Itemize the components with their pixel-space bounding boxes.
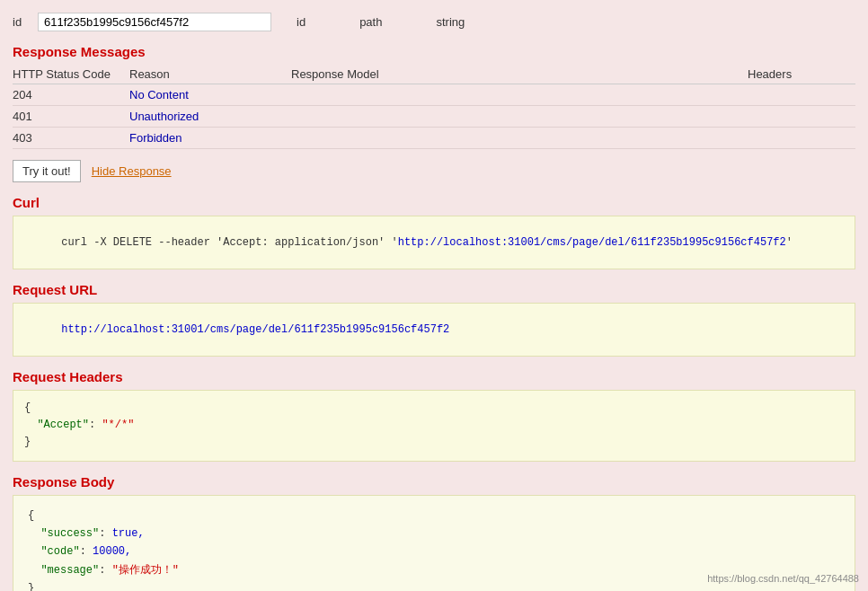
response-message-val: "操作成功！" [112, 564, 179, 577]
id-label-left: id [13, 15, 31, 29]
headers-401 [748, 110, 855, 123]
table-header: HTTP Status Code Reason Response Model H… [13, 65, 855, 84]
type-label: string [436, 15, 465, 29]
id-label-right: id [297, 15, 306, 29]
table-row: 401 Unauthorized [13, 106, 855, 128]
col-reason-header: Reason [129, 67, 291, 81]
curl-code-block: curl -X DELETE --header 'Accept: applica… [13, 216, 855, 269]
curl-command-prefix: curl -X DELETE --header 'Accept: applica… [61, 236, 397, 249]
curl-url: http://localhost:31001/cms/page/del/611f… [398, 236, 786, 249]
json-accept-line: "Accept": "*/*" [24, 417, 844, 434]
watermark: https://blog.csdn.net/qq_42764488 [707, 573, 859, 584]
reason-no-content: No Content [129, 88, 291, 101]
model-204 [291, 88, 748, 101]
id-input[interactable] [38, 13, 271, 31]
buttons-row: Try it out! Hide Response [13, 160, 855, 182]
hide-response-button[interactable]: Hide Response [92, 164, 172, 178]
table-row: 403 Forbidden [13, 128, 855, 149]
reason-unauthorized: Unauthorized [129, 110, 291, 123]
table-row: 204 No Content [13, 84, 855, 106]
model-403 [291, 131, 748, 145]
headers-204 [748, 88, 855, 101]
id-row: id id path string [13, 9, 855, 31]
model-401 [291, 110, 748, 123]
col-status-header: HTTP Status Code [13, 67, 129, 81]
request-headers-section: Request Headers { "Accept": "*/*" } [13, 369, 855, 462]
response-code-val: 10000, [93, 545, 131, 558]
response-message-key: "message" [40, 564, 99, 577]
reason-forbidden: Forbidden [129, 131, 291, 145]
id-meta: id path string [297, 15, 465, 29]
request-url-value: http://localhost:31001/cms/page/del/611f… [61, 323, 449, 336]
json-close-brace: } [24, 434, 844, 451]
response-success-line: "success": true, [28, 525, 840, 542]
response-open-brace: { [28, 507, 840, 525]
request-url-block: http://localhost:31001/cms/page/del/611f… [13, 303, 855, 357]
status-204: 204 [13, 88, 129, 101]
response-success-key: "success" [40, 527, 99, 540]
status-403: 403 [13, 131, 129, 145]
response-body-title: Response Body [13, 474, 855, 490]
json-open-brace: { [24, 400, 844, 417]
curl-section: Curl curl -X DELETE --header 'Accept: ap… [13, 195, 855, 269]
request-headers-title: Request Headers [13, 369, 855, 384]
request-url-section: Request URL http://localhost:31001/cms/p… [13, 282, 855, 357]
json-colon: : [89, 419, 102, 431]
json-accept-value: "*/*" [102, 419, 134, 431]
json-accept-key: "Accept" [37, 419, 89, 431]
response-success-val: true, [112, 527, 145, 540]
curl-title: Curl [13, 195, 855, 210]
response-code-key: "code" [40, 545, 79, 558]
try-it-out-button[interactable]: Try it out! [13, 160, 81, 182]
request-headers-block: { "Accept": "*/*" } [13, 390, 855, 462]
response-messages-table: HTTP Status Code Reason Response Model H… [13, 65, 855, 149]
request-url-title: Request URL [13, 282, 855, 297]
headers-403 [748, 131, 855, 145]
response-messages-title: Response Messages [13, 44, 855, 59]
col-headers-header: Headers [748, 67, 855, 81]
path-label: path [359, 15, 382, 29]
status-401: 401 [13, 110, 129, 123]
response-messages-section: Response Messages HTTP Status Code Reaso… [13, 44, 855, 149]
col-model-header: Response Model [291, 67, 748, 81]
curl-command-suffix: ' [786, 236, 793, 249]
response-code-line: "code": 10000, [28, 542, 840, 560]
